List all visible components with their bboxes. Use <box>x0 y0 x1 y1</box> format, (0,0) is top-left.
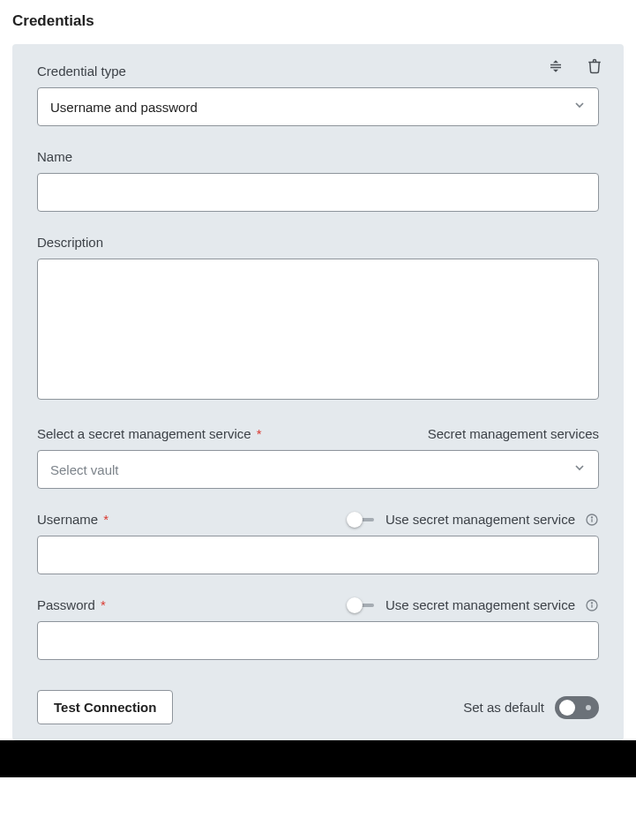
name-label: Name <box>37 149 599 164</box>
required-mark: * <box>97 597 106 612</box>
credential-type-select[interactable]: Username and password <box>37 87 599 126</box>
vault-placeholder: Select vault <box>50 462 119 477</box>
info-icon[interactable] <box>584 512 599 527</box>
username-sms-toggle[interactable] <box>347 513 377 527</box>
description-label: Description <box>37 235 599 250</box>
password-toggle-label: Use secret management service <box>385 597 575 612</box>
username-label: Username * <box>37 512 108 527</box>
secret-services-link[interactable]: Secret management services <box>428 426 599 441</box>
svg-marker-3 <box>553 70 558 72</box>
password-input[interactable] <box>37 621 599 660</box>
password-label: Password * <box>37 597 106 612</box>
set-default-toggle[interactable] <box>555 696 599 719</box>
name-input[interactable] <box>37 173 599 212</box>
credential-panel: Credential type Username and password Na… <box>12 44 624 740</box>
footer-region <box>0 740 636 777</box>
credential-type-label: Credential type <box>37 64 599 79</box>
credential-type-value: Username and password <box>50 100 198 115</box>
description-input[interactable] <box>37 259 599 400</box>
username-toggle-label: Use secret management service <box>385 512 575 527</box>
secret-select-label: Select a secret management service * <box>37 426 262 441</box>
password-sms-toggle[interactable] <box>347 598 377 612</box>
test-connection-button[interactable]: Test Connection <box>37 690 173 724</box>
username-input[interactable] <box>37 536 599 574</box>
vault-select[interactable]: Select vault <box>37 450 599 489</box>
section-title: Credentials <box>12 12 624 30</box>
reorder-icon[interactable] <box>546 56 565 76</box>
svg-point-9 <box>591 602 592 603</box>
set-default-label: Set as default <box>463 700 544 715</box>
svg-point-6 <box>591 516 592 517</box>
required-mark: * <box>253 426 262 441</box>
required-mark: * <box>100 512 108 527</box>
info-icon[interactable] <box>584 597 599 612</box>
svg-marker-0 <box>553 60 558 63</box>
trash-icon[interactable] <box>585 56 604 76</box>
